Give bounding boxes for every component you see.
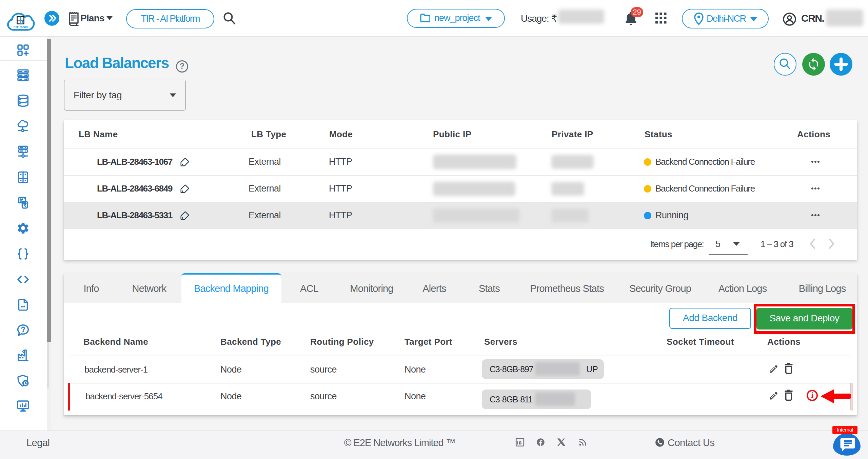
svg-text:E2E Cloud: E2E Cloud bbox=[14, 25, 27, 29]
